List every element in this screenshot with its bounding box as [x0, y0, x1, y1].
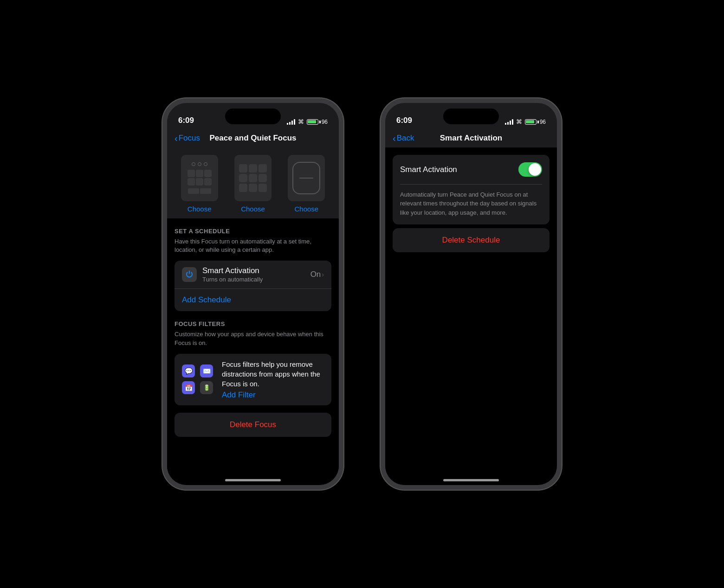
lockscreen-preview	[181, 155, 218, 201]
homescreen-preview	[234, 155, 272, 201]
hi-4	[239, 174, 247, 182]
delete-focus-btn[interactable]: Delete Focus	[175, 413, 331, 437]
filter-icon-mail: ✉️	[200, 364, 213, 377]
hi-3	[259, 164, 267, 173]
add-schedule-label[interactable]: Add Schedule	[182, 295, 231, 304]
nav-title-2: Smart Activation	[440, 134, 502, 143]
smart-activation-text: Smart Activation Turns on automatically	[202, 266, 310, 283]
add-schedule-row[interactable]: Add Schedule	[175, 289, 331, 311]
sa-toggle-switch[interactable]	[518, 162, 542, 177]
hi-2	[249, 164, 257, 173]
wifi-icon-2: ⌘	[516, 118, 522, 125]
scroll-content-1[interactable]: Choose	[167, 147, 339, 480]
battery-body-2	[525, 119, 537, 125]
battery-1: 96	[307, 119, 328, 125]
watch-face	[292, 162, 320, 194]
battery-tip-2	[537, 121, 539, 123]
ls-dots	[192, 162, 207, 166]
sa-toggle-knob	[529, 163, 541, 176]
status-icons-1: ⌘ 96	[287, 118, 328, 125]
nav-bar-2: ‹ Back Smart Activation	[385, 129, 557, 147]
hi-9	[259, 184, 267, 192]
smart-activation-chevron: ›	[322, 271, 324, 278]
phone-1: 6:09 ⌘ 96 ‹ Focus Peace and Quiet Focus	[162, 98, 343, 490]
hi-6	[259, 174, 267, 182]
delete-focus-label[interactable]: Delete Focus	[230, 420, 276, 429]
signal-icon-2	[505, 119, 513, 125]
schedule-card: Smart Activation Turns on automatically …	[175, 261, 331, 311]
set-schedule-label: SET A SCHEDULE	[167, 220, 339, 237]
screen-2: ‹ Back Smart Activation Smart Activation…	[385, 129, 557, 485]
watch-item[interactable]: Choose	[280, 155, 333, 213]
ls-gi-2	[196, 170, 203, 177]
power-icon	[182, 267, 197, 282]
back-label-1[interactable]: Focus	[179, 134, 200, 143]
smart-activation-subtitle: Turns on automatically	[202, 276, 310, 283]
ls-dot-1	[192, 162, 195, 166]
nav-title-1: Peace and Quiet Focus	[209, 134, 296, 143]
dynamic-island	[225, 109, 281, 124]
homescreen-item[interactable]: Choose	[226, 155, 279, 213]
hi-1	[239, 164, 247, 173]
focus-filters-label: FOCUS FILTERS	[167, 313, 339, 330]
smart-activation-title: Smart Activation	[202, 266, 310, 275]
ls-gi-4	[187, 178, 195, 185]
nav-back-2[interactable]: ‹ Back	[393, 133, 414, 144]
lockscreen-item[interactable]: Choose	[173, 155, 226, 213]
dynamic-island-2	[443, 109, 499, 124]
screen-1: ‹ Focus Peace and Quiet Focus	[167, 129, 339, 485]
ls-bi-2	[200, 188, 211, 194]
hi-7	[239, 184, 247, 192]
lockscreen-choose[interactable]: Choose	[187, 205, 212, 213]
smart-activation-row[interactable]: Smart Activation Turns on automatically …	[175, 261, 331, 289]
signal-icon-1	[287, 119, 295, 125]
filter-icons: 💬 ✉️ 📅 🔋	[182, 364, 214, 394]
wifi-icon-1: ⌘	[298, 118, 304, 125]
back-chevron-2: ‹	[393, 133, 396, 144]
status-icons-2: ⌘ 96	[505, 118, 546, 125]
hi-8	[249, 184, 257, 192]
filter-icon-battery: 🔋	[200, 381, 213, 394]
nav-bar-1: ‹ Focus Peace and Quiet Focus	[167, 129, 339, 147]
ls-bottom	[188, 188, 211, 194]
sa-delete-label[interactable]: Delete Schedule	[442, 236, 500, 244]
back-chevron-1: ‹	[175, 133, 178, 144]
homescreen-preview-inner	[237, 162, 269, 194]
watch-preview	[288, 155, 325, 201]
battery-label-2: 96	[540, 119, 546, 125]
sa-description: Automatically turn Peace and Quiet Focus…	[393, 185, 549, 225]
battery-body-1	[307, 119, 318, 125]
hi-5	[249, 174, 257, 182]
sa-delete-card[interactable]: Delete Schedule	[393, 228, 549, 252]
homescreen-choose[interactable]: Choose	[241, 205, 265, 213]
battery-2: 96	[525, 119, 546, 125]
watch-line	[299, 178, 313, 179]
battery-fill-2	[526, 120, 534, 123]
smart-activation-status: On ›	[310, 270, 324, 279]
focus-filters-desc: Customize how your apps and device behav…	[167, 330, 339, 352]
lockscreen-preview-inner	[187, 162, 212, 194]
screen-customization: Choose	[167, 147, 339, 218]
set-schedule-desc: Have this Focus turn on automatically at…	[167, 237, 339, 259]
filter-text: Focus filters help you remove distractio…	[222, 359, 324, 400]
home-indicator-2	[443, 479, 499, 481]
battery-label-1: 96	[322, 119, 328, 125]
home-indicator-1	[225, 479, 281, 481]
filter-row: 💬 ✉️ 📅 🔋 Focus filters help yo	[175, 354, 331, 405]
battery-tip-1	[319, 121, 321, 123]
add-filter-label[interactable]: Add Filter	[222, 390, 324, 400]
sa-toggle-row: Smart Activation	[393, 155, 549, 184]
battery-fill-1	[308, 120, 316, 123]
ls-gi-3	[204, 170, 212, 177]
ls-grid	[187, 170, 212, 185]
ls-bi-1	[188, 188, 199, 194]
back-label-2[interactable]: Back	[397, 134, 414, 143]
filter-description: Focus filters help you remove distractio…	[222, 360, 320, 388]
ls-dot-3	[204, 162, 207, 166]
watch-choose[interactable]: Choose	[294, 205, 318, 213]
nav-back-1[interactable]: ‹ Focus	[175, 133, 200, 144]
watch-preview-inner	[292, 162, 320, 194]
status-time-2: 6:09	[396, 116, 412, 125]
sa-card: Smart Activation Automatically turn Peac…	[393, 155, 549, 224]
ls-dot-2	[198, 162, 201, 166]
